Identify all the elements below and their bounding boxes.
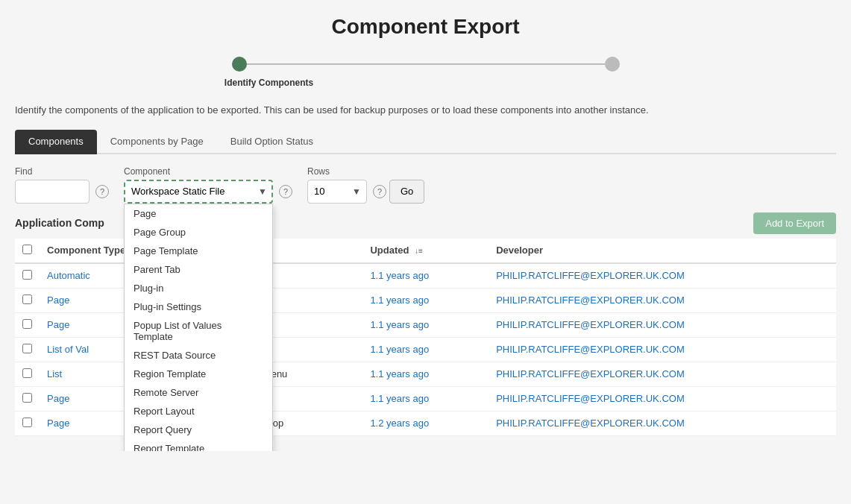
row-updated-link[interactable]: 1.1 years ago	[370, 393, 429, 404]
find-input[interactable]	[15, 180, 90, 204]
row-updated: 1.1 years ago	[362, 312, 489, 337]
row-updated-link[interactable]: 1.1 years ago	[370, 368, 429, 379]
row-component-type-link[interactable]: Automatic	[47, 270, 90, 281]
select-all-checkbox[interactable]	[22, 245, 32, 254]
row-developer: PHILIP.RATCLIFFE@EXPLORER.UK.COM	[489, 288, 836, 312]
row-developer: PHILIP.RATCLIFFE@EXPLORER.UK.COM	[489, 337, 836, 362]
dropdown-item-popup-lov[interactable]: Popup List of Values Template	[125, 316, 272, 346]
step1-dot	[232, 57, 247, 72]
rows-select[interactable]: 10 25 50 100	[307, 180, 367, 204]
row-developer: PHILIP.RATCLIFFE@EXPLORER.UK.COM	[489, 263, 836, 289]
tabs-container: Components Components by Page Build Opti…	[15, 130, 836, 154]
row-component-type-link[interactable]: Page	[47, 418, 69, 429]
description: Identify the components of the applicati…	[15, 103, 836, 118]
component-filter-group: Component - All Components - Page Page G…	[124, 166, 292, 204]
row-checkbox-cell	[15, 288, 40, 312]
row-component-type-link[interactable]: Page	[47, 393, 69, 404]
component-dropdown-menu: Page Page Group Page Template Parent Tab…	[124, 204, 273, 451]
component-help-icon[interactable]: ?	[279, 185, 292, 198]
row-developer-link[interactable]: PHILIP.RATCLIFFE@EXPLORER.UK.COM	[496, 368, 685, 379]
component-dropdown-wrapper: - All Components - Page Page Group Page …	[124, 180, 273, 204]
row-checkbox[interactable]	[22, 294, 32, 304]
header-developer: Developer	[489, 239, 836, 263]
row-checkbox-cell	[15, 337, 40, 362]
dropdown-item-plugin-settings[interactable]: Plug-in Settings	[125, 297, 272, 316]
step-connector	[247, 63, 605, 65]
row-checkbox[interactable]	[22, 368, 32, 378]
row-updated: 1.2 years ago	[362, 411, 489, 435]
row-updated: 1.1 years ago	[362, 263, 489, 289]
row-developer-link[interactable]: PHILIP.RATCLIFFE@EXPLORER.UK.COM	[496, 418, 685, 429]
dropdown-item-parent-tab[interactable]: Parent Tab	[125, 260, 272, 279]
find-help-icon[interactable]: ?	[95, 185, 109, 198]
dropdown-item-report-layout[interactable]: Report Layout	[125, 402, 272, 420]
row-developer-link[interactable]: PHILIP.RATCLIFFE@EXPLORER.UK.COM	[496, 294, 685, 306]
rows-filter-group: Rows 10 25 50 100 ▼ ? Go	[307, 166, 424, 204]
dropdown-item-page[interactable]: Page	[125, 204, 272, 223]
row-updated-link[interactable]: 1.1 years ago	[370, 294, 429, 306]
page-title: Component Export	[15, 15, 836, 39]
row-updated-link[interactable]: 1.1 years ago	[370, 344, 429, 355]
component-dropdown-container: - All Components - Page Page Group Page …	[124, 180, 273, 204]
row-developer-link[interactable]: PHILIP.RATCLIFFE@EXPLORER.UK.COM	[496, 393, 685, 404]
row-developer-link[interactable]: PHILIP.RATCLIFFE@EXPLORER.UK.COM	[496, 319, 685, 330]
row-updated-link[interactable]: 1.1 years ago	[370, 270, 429, 281]
row-checkbox[interactable]	[22, 270, 32, 280]
tab-build-option-status[interactable]: Build Option Status	[217, 130, 327, 154]
dropdown-item-report-template[interactable]: Report Template	[125, 439, 272, 451]
tab-components-by-page[interactable]: Components by Page	[97, 130, 217, 154]
row-component-type-link[interactable]: List	[47, 368, 62, 379]
add-to-export-button[interactable]: Add to Export	[753, 212, 836, 234]
filter-row: Find ? Component - All Components - Page…	[15, 166, 836, 204]
component-label: Component	[124, 166, 292, 177]
dropdown-item-rest-data[interactable]: REST Data Source	[125, 346, 272, 365]
updated-sort-icon: ↓≡	[415, 247, 423, 255]
row-checkbox-cell	[15, 411, 40, 435]
row-developer-link[interactable]: PHILIP.RATCLIFFE@EXPLORER.UK.COM	[496, 270, 685, 281]
row-checkbox[interactable]	[22, 319, 32, 329]
row-developer: PHILIP.RATCLIFFE@EXPLORER.UK.COM	[489, 362, 836, 386]
row-checkbox-cell	[15, 263, 40, 289]
dropdown-item-region-template[interactable]: Region Template	[125, 365, 272, 383]
row-checkbox-cell	[15, 386, 40, 411]
dropdown-item-plugin[interactable]: Plug-in	[125, 279, 272, 297]
row-updated: 1.1 years ago	[362, 386, 489, 411]
row-checkbox[interactable]	[22, 393, 32, 403]
row-developer: PHILIP.RATCLIFFE@EXPLORER.UK.COM	[489, 312, 836, 337]
go-button[interactable]: Go	[389, 180, 424, 204]
rows-help-icon[interactable]: ?	[373, 185, 386, 198]
row-component-type-link[interactable]: List of Val	[47, 344, 89, 355]
find-label: Find	[15, 166, 109, 177]
rows-label: Rows	[307, 166, 424, 177]
tab-components[interactable]: Components	[15, 130, 97, 154]
dropdown-item-page-template[interactable]: Page Template	[125, 242, 272, 260]
row-component-type-link[interactable]: Page	[47, 294, 69, 306]
table-section-title: Application Comp	[15, 217, 104, 229]
row-developer: PHILIP.RATCLIFFE@EXPLORER.UK.COM	[489, 411, 836, 435]
dropdown-item-remote-server[interactable]: Remote Server	[125, 383, 272, 402]
row-checkbox[interactable]	[22, 418, 32, 427]
row-checkbox[interactable]	[22, 344, 32, 353]
dropdown-item-page-group[interactable]: Page Group	[125, 223, 272, 242]
dropdown-item-report-query[interactable]: Report Query	[125, 420, 272, 439]
step2-dot	[605, 57, 620, 72]
find-filter-group: Find ?	[15, 166, 109, 204]
row-updated: 1.1 years ago	[362, 362, 489, 386]
header-updated[interactable]: Updated ↓≡	[362, 239, 489, 263]
row-developer-link[interactable]: PHILIP.RATCLIFFE@EXPLORER.UK.COM	[496, 344, 685, 355]
rows-dropdown-wrapper: 10 25 50 100 ▼	[307, 180, 367, 204]
row-component-type-link[interactable]: Page	[47, 319, 69, 330]
stepper	[15, 57, 836, 72]
row-checkbox-cell	[15, 362, 40, 386]
row-updated: 1.1 years ago	[362, 337, 489, 362]
stepper-labels: Identify Components	[15, 78, 836, 88]
step1-label: Identify Components	[224, 78, 313, 88]
row-updated-link[interactable]: 1.1 years ago	[370, 319, 429, 330]
row-checkbox-cell	[15, 312, 40, 337]
component-select[interactable]: - All Components - Page Page Group Page …	[124, 180, 273, 204]
row-updated: 1.1 years ago	[362, 288, 489, 312]
header-checkbox-cell	[15, 239, 40, 263]
row-updated-link[interactable]: 1.2 years ago	[370, 418, 429, 429]
row-developer: PHILIP.RATCLIFFE@EXPLORER.UK.COM	[489, 386, 836, 411]
